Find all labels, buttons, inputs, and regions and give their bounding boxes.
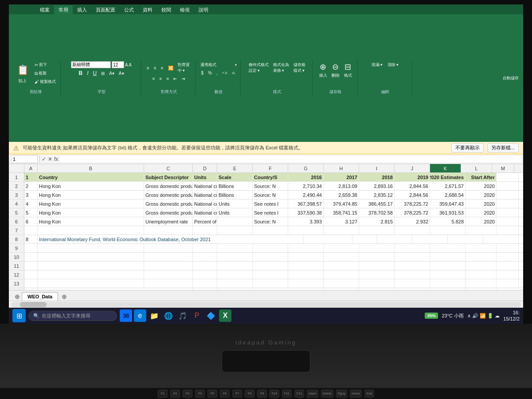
table-row[interactable]: 44Hong KonGross domestic product per cap… xyxy=(9,200,523,208)
cell[interactable] xyxy=(466,244,497,252)
cell[interactable]: Gross domestic product, current prices xyxy=(144,191,193,199)
cell[interactable]: 2020 xyxy=(466,208,497,217)
key-f12[interactable]: F12 xyxy=(294,390,304,398)
cell[interactable] xyxy=(497,200,519,208)
cell[interactable] xyxy=(288,226,324,235)
cell[interactable] xyxy=(193,279,217,288)
indent-increase-button[interactable]: ⇥ xyxy=(180,75,187,82)
cell[interactable] xyxy=(430,262,466,270)
cell[interactable]: Gross domestic product per capita, curre… xyxy=(144,208,193,217)
taskbar-powerpoint-icon[interactable]: P xyxy=(191,309,203,322)
cell[interactable]: 2,659.38 xyxy=(324,191,359,199)
cell[interactable]: 2018 xyxy=(359,173,395,181)
cell[interactable] xyxy=(217,244,253,252)
key-f1[interactable]: F1 xyxy=(158,390,168,398)
bold-button[interactable]: B xyxy=(77,69,84,77)
sheet-tab-weo-data[interactable]: WEO_Data xyxy=(22,292,58,301)
align-top-button[interactable]: ≡ xyxy=(145,61,151,74)
cell[interactable]: Units xyxy=(193,173,217,181)
table-row[interactable]: 55Hong KonGross domestic product per cap… xyxy=(9,208,523,217)
tab-file[interactable]: 檔案 xyxy=(35,5,54,14)
cell[interactable]: Scale xyxy=(217,173,253,181)
taskbar-chrome-icon[interactable]: 🌐 xyxy=(162,309,175,322)
taskbar-excel-icon[interactable]: X xyxy=(219,309,231,322)
cell[interactable] xyxy=(497,279,519,288)
cell[interactable] xyxy=(430,270,466,279)
cell[interactable] xyxy=(359,279,395,288)
cell[interactable]: 378,702.58 xyxy=(359,208,395,217)
cell[interactable] xyxy=(359,262,395,270)
table-row[interactable]: 22Hong KonGross domestic product, consta… xyxy=(9,182,523,191)
comma-button[interactable]: , xyxy=(215,70,219,76)
decimal-decrease-button[interactable]: .0- xyxy=(230,70,237,76)
cell[interactable]: 2,688.54 xyxy=(430,191,466,199)
cell[interactable] xyxy=(352,235,377,243)
insert-button[interactable]: ⊕ 插入 xyxy=(317,61,329,79)
col-header-I[interactable]: I xyxy=(359,164,395,172)
taskbar-edge-icon[interactable]: e xyxy=(134,309,146,322)
cell[interactable] xyxy=(24,226,38,235)
cell[interactable]: 4 xyxy=(24,200,38,208)
cell[interactable] xyxy=(38,226,144,235)
cell[interactable] xyxy=(193,270,217,279)
cell[interactable] xyxy=(24,262,38,270)
name-box[interactable] xyxy=(11,155,38,163)
table-row[interactable]: 66Hong KonUnemployment ratePercent of to… xyxy=(9,217,523,226)
cell[interactable] xyxy=(253,270,288,279)
number-format-button[interactable]: 通用格式 ▾ xyxy=(199,61,239,69)
col-header-L[interactable]: L xyxy=(461,164,492,172)
cell[interactable] xyxy=(497,182,519,190)
cell[interactable] xyxy=(430,279,466,288)
cell[interactable]: 2020 Estimates xyxy=(430,173,466,181)
currency-button[interactable]: $ xyxy=(200,70,206,76)
cell[interactable]: 8 xyxy=(24,235,38,243)
col-header-E[interactable]: E xyxy=(217,164,253,172)
cell[interactable]: 2,844.56 xyxy=(395,182,430,190)
cell[interactable]: Percent of total labor force xyxy=(193,217,217,226)
cell[interactable] xyxy=(377,235,412,243)
key-f5[interactable]: F5 xyxy=(207,390,217,398)
cell[interactable]: Start After xyxy=(466,173,497,181)
col-header-B[interactable]: B xyxy=(38,164,144,172)
cell[interactable]: National currency xyxy=(193,182,217,190)
key-f9[interactable]: F9 xyxy=(257,390,267,398)
cell[interactable]: 2016 xyxy=(288,173,324,181)
cell[interactable]: National currency xyxy=(193,191,217,199)
align-right-button[interactable]: ≡ xyxy=(164,75,171,82)
font-color-button[interactable]: A▾ xyxy=(117,70,126,77)
cell[interactable]: Source: N xyxy=(253,217,288,226)
cell[interactable] xyxy=(395,279,430,288)
table-row[interactable]: 7 xyxy=(9,226,523,235)
font-name-input[interactable] xyxy=(71,61,111,68)
cell[interactable] xyxy=(395,253,430,261)
cell[interactable] xyxy=(253,279,288,288)
cell[interactable] xyxy=(144,226,193,235)
cell[interactable] xyxy=(412,235,448,243)
cell[interactable]: Hong Kon xyxy=(38,191,144,199)
cell[interactable]: Billions xyxy=(217,191,253,199)
cell[interactable] xyxy=(519,235,523,243)
cell[interactable] xyxy=(324,279,359,288)
cell[interactable] xyxy=(217,226,253,235)
cell[interactable] xyxy=(304,235,352,243)
cell[interactable] xyxy=(359,226,395,235)
cell[interactable] xyxy=(324,226,359,235)
cell[interactable] xyxy=(466,226,497,235)
key-f7[interactable]: F7 xyxy=(232,390,242,398)
paste-button[interactable]: 📋 貼上 xyxy=(14,62,31,85)
cell[interactable] xyxy=(395,244,430,252)
cell[interactable] xyxy=(217,262,253,270)
format-button[interactable]: ⊟ 格式 xyxy=(342,61,354,79)
cell[interactable] xyxy=(253,244,288,252)
cell[interactable]: 1 xyxy=(24,173,38,181)
key-f6[interactable]: F6 xyxy=(220,390,230,398)
cell[interactable] xyxy=(217,279,253,288)
cell[interactable]: 5 xyxy=(24,208,38,217)
cell[interactable] xyxy=(497,217,519,226)
cell[interactable]: Units xyxy=(217,208,253,217)
tab-insert[interactable]: 插入 xyxy=(73,5,91,14)
decimal-increase-button[interactable]: +.0 xyxy=(220,70,229,76)
cell[interactable]: 2.815 xyxy=(359,217,395,226)
cell[interactable] xyxy=(144,253,193,261)
cell[interactable] xyxy=(38,262,144,270)
